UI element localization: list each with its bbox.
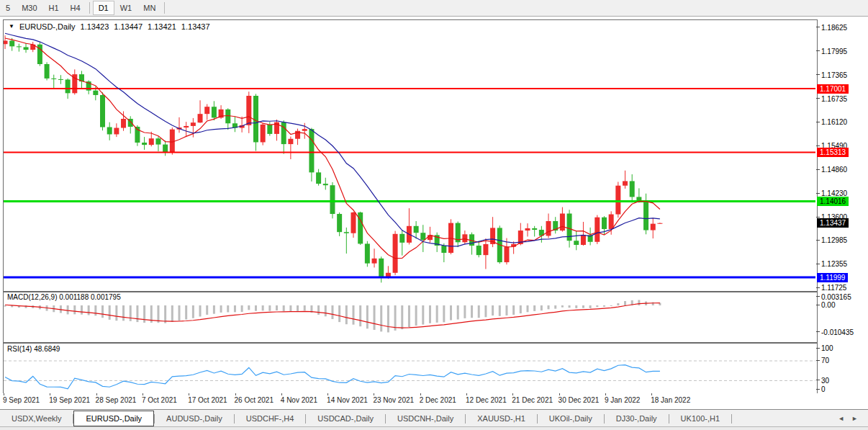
timeframe-toolbar: 5M30H1H4D1W1MN xyxy=(0,0,868,17)
macd-bar xyxy=(520,305,522,313)
date-axis-label: 12 Dec 2021 xyxy=(466,396,507,404)
candle-body xyxy=(107,127,112,135)
price-tag-1.17001[interactable]: 1.17001 xyxy=(817,84,849,94)
candle-body xyxy=(51,79,56,79)
macd-bar xyxy=(533,305,535,311)
date-axis-label: 17 Oct 2021 xyxy=(188,396,227,404)
macd-bar xyxy=(401,305,403,329)
macd-bar xyxy=(569,305,571,308)
macd-bar xyxy=(387,305,389,332)
candle-body xyxy=(316,172,321,184)
candle-body xyxy=(630,181,635,197)
price-axis-tick xyxy=(816,169,820,170)
date-axis-label: 18 Jan 2022 xyxy=(651,396,690,404)
candle-body xyxy=(483,244,488,255)
macd-bar xyxy=(345,305,348,324)
candle-body xyxy=(212,107,217,117)
price-axis-label: 1.11725 xyxy=(821,284,846,292)
date-axis-tick xyxy=(96,393,97,395)
rsi-panel[interactable] xyxy=(3,343,818,395)
timeframe-button-M30[interactable]: M30 xyxy=(16,1,42,15)
macd-axis-label: -0.010435 xyxy=(821,328,854,336)
tabs-scroll-left-icon[interactable]: ◄ xyxy=(838,415,844,422)
date-axis-tick xyxy=(235,393,236,395)
tab-eurusd-daily[interactable]: EURUSD-,Daily xyxy=(73,411,154,426)
macd-panel[interactable] xyxy=(3,292,818,343)
candle-body xyxy=(420,233,425,240)
macd-bar xyxy=(471,305,473,318)
macd-bar xyxy=(610,305,612,306)
timeframe-button-H1[interactable]: H1 xyxy=(43,1,65,15)
chart-title: ▼ EURUSD-,Daily 1.13423 1.13447 1.13421 … xyxy=(9,22,215,31)
chart-tabs: USDX,WeeklyEURUSD-,DailyAUDUSD-,DailyUSD… xyxy=(0,409,868,427)
candle-body xyxy=(344,232,349,233)
rsi-axis-tick xyxy=(816,348,820,349)
candle-body xyxy=(365,243,370,263)
macd-bar xyxy=(268,305,271,311)
timeframe-button-D1[interactable]: D1 xyxy=(93,1,114,15)
price-tag-1.13437[interactable]: 1.13437 xyxy=(817,218,849,228)
tab-usdchf-h4[interactable]: USDCHF-,H4 xyxy=(235,411,306,426)
rsi-axis-label: 0 xyxy=(821,385,826,393)
tab-ukoil-daily[interactable]: UKOil-,Daily xyxy=(538,411,604,426)
macd-bar xyxy=(276,305,278,310)
candle-body xyxy=(609,215,614,229)
tab-audusd-daily[interactable]: AUDUSD-,Daily xyxy=(155,411,234,426)
date-axis-tick xyxy=(281,393,282,395)
price-panel[interactable] xyxy=(3,19,818,292)
rsi-canvas xyxy=(4,344,815,393)
tab-uk100-h1[interactable]: UK100-,H1 xyxy=(669,411,731,426)
macd-bar xyxy=(185,305,187,320)
candle-body xyxy=(246,96,251,125)
price-chart-canvas[interactable] xyxy=(4,20,815,290)
timeframe-button-W1[interactable]: W1 xyxy=(114,1,138,15)
date-axis-tick xyxy=(466,393,467,395)
candle-body xyxy=(560,213,565,230)
candle-body xyxy=(441,246,446,253)
macd-axis-tick xyxy=(816,296,820,297)
timeframe-button-MN[interactable]: MN xyxy=(137,1,161,15)
candle-body xyxy=(393,234,398,273)
macd-bar xyxy=(227,305,229,312)
timeframe-button-5[interactable]: 5 xyxy=(0,1,16,15)
date-axis-tick xyxy=(512,393,513,395)
tab-usdcnh-daily[interactable]: USDCNH-,Daily xyxy=(386,411,465,426)
tab-usdx-weekly[interactable]: USDX,Weekly xyxy=(0,411,73,426)
price-axis-tick xyxy=(816,217,820,218)
price-tag-1.14016[interactable]: 1.14016 xyxy=(817,197,849,206)
macd-bar xyxy=(512,305,515,315)
timeframe-button-H4[interactable]: H4 xyxy=(65,1,86,15)
candle-body xyxy=(602,218,607,229)
macd-bar xyxy=(394,305,397,331)
price-axis-tick xyxy=(816,50,820,51)
macd-bar xyxy=(450,305,452,321)
tabs-scroll-right-icon[interactable]: ► xyxy=(851,415,858,422)
tab-dj30-daily[interactable]: DJ30-,Daily xyxy=(605,411,669,426)
rsi-axis-label: 70 xyxy=(821,357,829,364)
tab-usdcad-daily[interactable]: USDCAD-,Daily xyxy=(306,411,385,426)
symbol-dropdown-icon[interactable]: ▼ xyxy=(9,23,14,32)
candle-body xyxy=(121,119,126,128)
candle-body xyxy=(100,95,105,127)
candle-body xyxy=(155,138,161,144)
status-strip xyxy=(0,426,868,430)
chart-high-value: 1.13447 xyxy=(114,22,143,31)
candle-body xyxy=(204,107,209,114)
macd-bar xyxy=(429,305,431,323)
candle-body xyxy=(267,125,272,134)
candle-body xyxy=(462,234,467,242)
macd-canvas xyxy=(4,292,815,341)
macd-bar xyxy=(206,305,208,315)
date-axis-tick xyxy=(189,393,189,395)
price-tag-1.15313[interactable]: 1.15313 xyxy=(817,148,849,157)
date-axis-tick xyxy=(327,393,328,395)
price-tag-1.11999[interactable]: 1.11999 xyxy=(817,273,848,282)
candle-body xyxy=(4,41,8,45)
macd-bar xyxy=(136,305,138,322)
tab-xauusd-h1[interactable]: XAUUSD-,H1 xyxy=(466,411,537,426)
chart-open-value: 1.13423 xyxy=(81,22,109,31)
date-axis-tick xyxy=(651,393,652,395)
macd-bar xyxy=(297,305,299,311)
date-axis-label: 9 Sep 2021 xyxy=(3,396,40,404)
macd-bar xyxy=(366,305,369,328)
